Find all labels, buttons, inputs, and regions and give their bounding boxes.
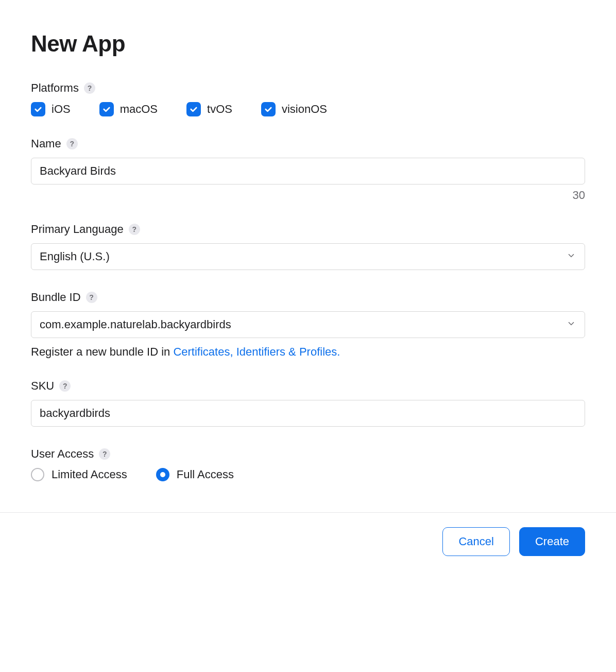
dialog-footer: Cancel Create	[0, 512, 616, 577]
platforms-options: iOS macOS tvOS visionOS	[31, 102, 585, 116]
name-counter: 30	[31, 189, 585, 202]
primary-language-label: Primary Language	[31, 223, 124, 236]
user-access-label: User Access	[31, 447, 94, 461]
user-access-section: User Access ? Limited Access Full Access	[31, 447, 585, 481]
name-label: Name	[31, 137, 61, 150]
page-title: New App	[31, 31, 585, 57]
platform-label: tvOS	[207, 103, 232, 116]
bundle-id-value: com.example.naturelab.backyardbirds	[40, 318, 231, 331]
help-icon[interactable]: ?	[66, 138, 78, 149]
checkmark-icon	[99, 102, 114, 116]
bundle-id-section: Bundle ID ? com.example.naturelab.backya…	[31, 291, 585, 359]
primary-language-section: Primary Language ? English (U.S.)	[31, 223, 585, 270]
help-icon[interactable]: ?	[129, 224, 140, 235]
bundle-id-select[interactable]: com.example.naturelab.backyardbirds	[31, 311, 585, 338]
name-input[interactable]	[31, 158, 585, 184]
platforms-label: Platforms	[31, 81, 79, 95]
radio-label: Full Access	[177, 468, 234, 481]
user-access-radio-full[interactable]: Full Access	[156, 468, 234, 481]
radio-label: Limited Access	[52, 468, 127, 481]
sku-input[interactable]	[31, 400, 585, 427]
platform-label: iOS	[52, 103, 71, 116]
bundle-id-helper: Register a new bundle ID in Certificates…	[31, 345, 585, 359]
help-icon[interactable]: ?	[84, 82, 95, 94]
checkmark-icon	[31, 102, 45, 116]
cancel-button[interactable]: Cancel	[442, 527, 509, 556]
create-button[interactable]: Create	[519, 527, 585, 556]
platform-checkbox-ios[interactable]: iOS	[31, 102, 71, 116]
platform-label: macOS	[120, 103, 158, 116]
certificates-link[interactable]: Certificates, Identifiers & Profiles.	[173, 345, 340, 358]
primary-language-value: English (U.S.)	[40, 250, 110, 263]
help-icon[interactable]: ?	[59, 380, 71, 392]
checkmark-icon	[261, 102, 276, 116]
platform-checkbox-visionos[interactable]: visionOS	[261, 102, 327, 116]
user-access-radio-limited[interactable]: Limited Access	[31, 468, 127, 481]
sku-label: SKU	[31, 379, 54, 393]
radio-icon	[156, 468, 169, 481]
user-access-options: Limited Access Full Access	[31, 468, 585, 481]
bundle-id-label: Bundle ID	[31, 291, 81, 304]
radio-icon	[31, 468, 44, 481]
sku-section: SKU ?	[31, 379, 585, 427]
bundle-id-helper-prefix: Register a new bundle ID in	[31, 345, 173, 358]
platform-checkbox-tvos[interactable]: tvOS	[186, 102, 232, 116]
platforms-section: Platforms ? iOS macOS tvOS	[31, 81, 585, 116]
platform-label: visionOS	[282, 103, 327, 116]
help-icon[interactable]: ?	[99, 448, 110, 460]
help-icon[interactable]: ?	[86, 292, 97, 303]
checkmark-icon	[186, 102, 201, 116]
primary-language-select[interactable]: English (U.S.)	[31, 243, 585, 270]
name-section: Name ? 30	[31, 137, 585, 202]
platform-checkbox-macos[interactable]: macOS	[99, 102, 158, 116]
